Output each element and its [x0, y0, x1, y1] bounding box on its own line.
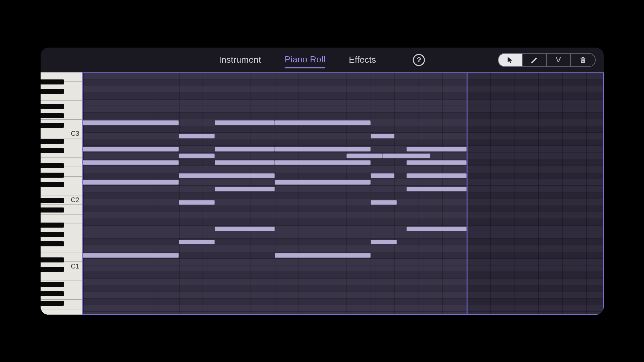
- pointer-icon: [506, 56, 514, 64]
- grid-line: [203, 73, 203, 314]
- black-key[interactable]: [41, 104, 64, 109]
- black-key[interactable]: [41, 282, 64, 287]
- black-key[interactable]: [41, 207, 64, 213]
- midi-note[interactable]: [407, 187, 467, 191]
- trash-icon: [579, 56, 587, 64]
- tab-instrument[interactable]: Instrument: [219, 52, 261, 68]
- midi-note[interactable]: [83, 147, 179, 152]
- grid-line: [346, 73, 347, 314]
- piano-keyboard[interactable]: C3C2C1: [41, 72, 82, 315]
- midi-note[interactable]: [179, 173, 275, 178]
- black-key[interactable]: [41, 198, 64, 203]
- white-key[interactable]: [41, 309, 82, 315]
- white-key-c3[interactable]: C3: [41, 129, 82, 138]
- delete-tool-button[interactable]: [571, 54, 595, 66]
- black-key[interactable]: [41, 223, 64, 228]
- grid-line: [83, 73, 84, 314]
- black-key[interactable]: [41, 139, 64, 144]
- midi-note[interactable]: [407, 173, 467, 178]
- midi-note[interactable]: [275, 180, 371, 185]
- midi-note[interactable]: [215, 160, 275, 165]
- white-key[interactable]: [41, 272, 82, 281]
- midi-note[interactable]: [371, 200, 397, 205]
- black-key[interactable]: [41, 89, 64, 94]
- black-key[interactable]: [41, 257, 64, 262]
- tab-group: Instrument Piano Roll Effects ?: [219, 52, 425, 68]
- pointer-tool-button[interactable]: [498, 54, 523, 66]
- topbar: Instrument Piano Roll Effects ? V: [41, 48, 604, 72]
- inactive-region: [467, 73, 603, 314]
- tab-piano-roll[interactable]: Piano Roll: [285, 52, 326, 68]
- grid-line: [442, 73, 443, 314]
- tab-effects[interactable]: Effects: [349, 52, 376, 68]
- midi-note[interactable]: [179, 134, 215, 138]
- help-button[interactable]: ?: [413, 54, 425, 66]
- midi-note[interactable]: [275, 120, 371, 125]
- grid-line: [179, 73, 179, 314]
- black-key[interactable]: [41, 232, 64, 237]
- white-key[interactable]: [41, 186, 82, 195]
- midi-note[interactable]: [371, 240, 397, 244]
- grid-line: [394, 73, 395, 314]
- grid-line: [107, 73, 107, 314]
- midi-note[interactable]: [83, 253, 179, 258]
- grid-line: [419, 73, 419, 314]
- grid-line: [227, 73, 227, 314]
- piano-roll-area: C3C2C1: [41, 72, 604, 315]
- pencil-tool-button[interactable]: [523, 54, 547, 66]
- grid-line: [275, 73, 275, 314]
- note-grid[interactable]: [82, 72, 604, 315]
- midi-note[interactable]: [371, 173, 395, 178]
- black-key[interactable]: [41, 267, 64, 272]
- black-key[interactable]: [41, 79, 64, 84]
- midi-note[interactable]: [83, 180, 179, 185]
- midi-note[interactable]: [275, 160, 371, 165]
- grid-line: [299, 73, 299, 314]
- black-key[interactable]: [41, 148, 64, 153]
- midi-note[interactable]: [215, 227, 275, 231]
- midi-note[interactable]: [407, 160, 467, 165]
- midi-note[interactable]: [83, 120, 179, 125]
- grid-line: [155, 73, 155, 314]
- grid-line: [371, 73, 371, 314]
- black-key[interactable]: [41, 241, 64, 246]
- black-key[interactable]: [41, 123, 64, 128]
- midi-note[interactable]: [179, 240, 215, 244]
- velocity-icon: V: [556, 56, 561, 64]
- midi-note[interactable]: [83, 160, 179, 165]
- black-key[interactable]: [41, 113, 64, 118]
- black-key[interactable]: [41, 163, 64, 168]
- velocity-tool-button[interactable]: V: [547, 54, 571, 66]
- midi-note[interactable]: [382, 154, 430, 158]
- midi-note[interactable]: [179, 200, 215, 205]
- midi-note[interactable]: [179, 154, 215, 158]
- grid-line: [251, 73, 251, 314]
- black-key[interactable]: [41, 301, 64, 306]
- pencil-icon: [531, 56, 538, 64]
- midi-note[interactable]: [407, 147, 467, 152]
- black-key[interactable]: [41, 173, 64, 178]
- grid-line: [323, 73, 323, 314]
- midi-note[interactable]: [275, 253, 371, 258]
- midi-note[interactable]: [407, 227, 467, 231]
- black-key[interactable]: [41, 182, 64, 187]
- midi-note[interactable]: [346, 154, 382, 158]
- tool-group: V: [498, 53, 596, 67]
- midi-note[interactable]: [215, 147, 275, 152]
- midi-note[interactable]: [275, 147, 371, 152]
- midi-note[interactable]: [215, 120, 275, 125]
- grid-line: [131, 73, 131, 314]
- black-key[interactable]: [41, 291, 64, 296]
- midi-note[interactable]: [215, 187, 275, 191]
- midi-note[interactable]: [371, 134, 395, 138]
- app-window: Instrument Piano Roll Effects ? V C3C2C1: [41, 48, 604, 315]
